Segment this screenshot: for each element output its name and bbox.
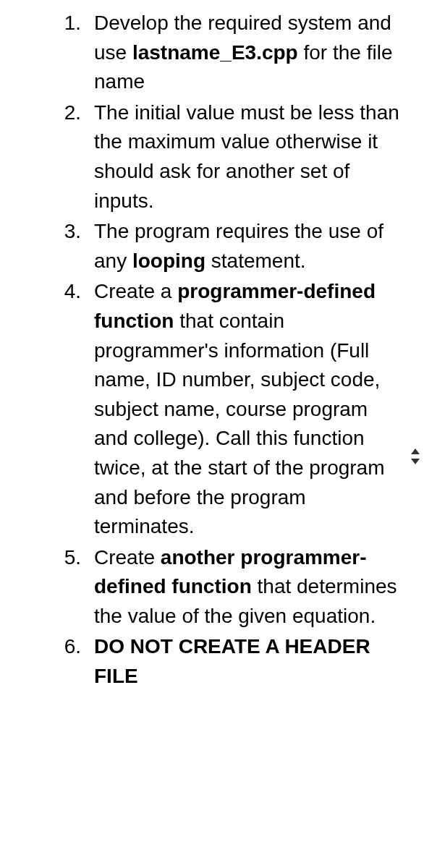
body-text: statement. — [205, 250, 306, 272]
list-item-content: Develop the required system and use last… — [94, 9, 410, 97]
bold-text: lastname_E3.cpp — [132, 41, 298, 64]
list-item: 5.Create another programmer-defined func… — [0, 543, 410, 631]
list-item-content: The initial value must be less than the … — [94, 98, 410, 216]
bold-text: DO NOT CREATE A HEADER FILE — [94, 635, 370, 687]
list-item-number: 2. — [0, 98, 94, 216]
scroll-control — [411, 448, 420, 464]
list-item: 1.Develop the required system and use la… — [0, 9, 410, 97]
body-text: The initial value must be less than the … — [94, 101, 399, 212]
list-item-content: The program requires the use of any loop… — [94, 217, 410, 276]
list-item: 3.The program requires the use of any lo… — [0, 217, 410, 276]
scroll-down-icon[interactable] — [411, 459, 420, 464]
list-item: 6.DO NOT CREATE A HEADER FILE — [0, 632, 410, 691]
list-item-number: 5. — [0, 543, 94, 631]
body-text: Create a — [94, 280, 177, 302]
body-text: that contain programmer's information (F… — [94, 310, 385, 537]
list-item-number: 1. — [0, 9, 94, 97]
list-item-content: Create another programmer-defined functi… — [94, 543, 410, 631]
list-item-number: 4. — [0, 277, 94, 541]
scroll-up-icon[interactable] — [411, 448, 420, 454]
instructions-list: 1.Develop the required system and use la… — [0, 9, 410, 692]
list-item-content: DO NOT CREATE A HEADER FILE — [94, 632, 410, 691]
list-item-number: 6. — [0, 632, 94, 691]
list-item-content: Create a programmer-defined function tha… — [94, 277, 410, 541]
list-item-number: 3. — [0, 217, 94, 276]
bold-text: looping — [132, 250, 205, 272]
list-item: 4.Create a programmer-defined function t… — [0, 277, 410, 541]
body-text: Create — [94, 546, 161, 569]
list-item: 2.The initial value must be less than th… — [0, 98, 410, 216]
